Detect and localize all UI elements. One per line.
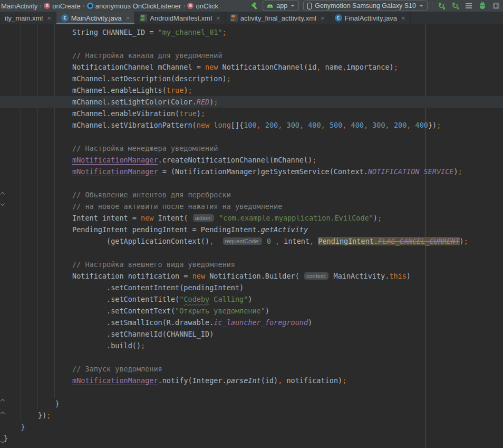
- navigation-bar: MainActivity › m onCreate › anonymous On…: [0, 0, 503, 12]
- code-token: parseInt: [227, 376, 261, 385]
- close-icon[interactable]: ×: [401, 14, 405, 22]
- code-token: "my_channel_01": [158, 28, 223, 36]
- code-token: ;: [223, 28, 227, 36]
- code-token: NOTIFICATION_SERVICE: [368, 167, 454, 176]
- code-line[interactable]: .setContentText("Открыть уведомление"): [0, 305, 503, 317]
- code-token: 200: [265, 121, 278, 129]
- close-icon[interactable]: ×: [126, 14, 130, 22]
- device-select[interactable]: Genymotion Samsung Galaxy S10: [303, 1, 428, 11]
- code-token: this: [389, 272, 407, 280]
- code-line[interactable]: // Настройка внешнего вида уведомления: [0, 259, 503, 270]
- code-token: ): [197, 109, 201, 118]
- tab-androidmanifest-xml[interactable]: MF AndroidManifest.xml ×: [135, 12, 225, 24]
- code-token: [325, 121, 330, 129]
- code-token: ): [453, 167, 458, 176]
- breadcrumb-label: anonymous OnClickListener: [95, 2, 181, 10]
- code-line[interactable]: String CHANNEL_ID = "my_channel_01";: [0, 26, 503, 38]
- tab-finalacttivity-java[interactable]: C FinalActtivity.java ×: [330, 12, 411, 24]
- code-line[interactable]: .build();: [0, 340, 503, 351]
- code-line[interactable]: [0, 131, 503, 142]
- run-configuration-select[interactable]: app: [263, 1, 299, 11]
- code-line[interactable]: [0, 38, 503, 50]
- code-line[interactable]: .setChannelId(CHANNEL_ID): [0, 328, 503, 340]
- debug-button[interactable]: [478, 1, 487, 11]
- code-token: .setContentTitle(: [4, 295, 179, 303]
- code-line[interactable]: // Настройка канала для уведомлений: [0, 50, 503, 61]
- code-line[interactable]: // на новое активити после нажатия на ув…: [0, 201, 503, 212]
- code-token: ;: [214, 98, 218, 106]
- apply-changes-button[interactable]: ↻: [437, 1, 446, 11]
- code-token: 400: [308, 121, 321, 129]
- tab-activity-main-xml[interactable]: ity_main.xml ×: [0, 12, 56, 24]
- code-line[interactable]: });: [0, 409, 503, 421]
- code-line[interactable]: }: [0, 421, 503, 433]
- code-line[interactable]: mChannel.enableLights(true);: [0, 84, 503, 96]
- code-token: ,: [309, 237, 314, 245]
- code-token: .setContentIntent(pendingIntent): [4, 283, 244, 292]
- code-token: Calling": [209, 295, 248, 303]
- tab-mainactivity-java[interactable]: C MainActivity.java ×: [56, 12, 135, 24]
- code-token: ,: [364, 121, 368, 129]
- tab-activity-final-acttivity-xml[interactable]: cx activity_final_acttivity.xml ×: [226, 12, 330, 24]
- code-line[interactable]: mChannel.enableVibration(true);: [0, 108, 503, 119]
- close-icon[interactable]: ×: [216, 14, 220, 22]
- code-line[interactable]: (getApplicationContext(), requestCode: 0…: [0, 235, 503, 247]
- code-line[interactable]: .setContentTitle("Codeby Calling"): [0, 293, 503, 305]
- code-line[interactable]: .setContentIntent(pendingIntent): [0, 282, 503, 293]
- code-token: Notification notification =: [4, 272, 192, 280]
- code-token: FLAG_CANCEL_CURRENT: [378, 237, 459, 245]
- breadcrumb-oncreate[interactable]: m onCreate: [43, 2, 81, 10]
- code-line[interactable]: // Настройка менеджера уведомлений: [0, 142, 503, 154]
- close-icon[interactable]: ×: [47, 14, 51, 22]
- code-line[interactable]: mNotificationManager.notify(Integer.pars…: [0, 375, 503, 386]
- code-token: ): [308, 318, 312, 327]
- breadcrumb-class[interactable]: MainActivity: [0, 2, 38, 10]
- code-token: ;: [188, 86, 192, 94]
- breadcrumb-separator: ›: [82, 2, 86, 9]
- code-editor[interactable]: String CHANNEL_ID = "my_channel_01"; // …: [0, 24, 503, 448]
- apply-code-changes-button[interactable]: ↻ A: [450, 1, 460, 11]
- code-token: ;: [141, 341, 145, 350]
- code-line[interactable]: mNotificationManager = (NotificationMana…: [0, 166, 503, 177]
- code-line[interactable]: mNotificationManager.createNotificationC…: [0, 154, 503, 166]
- code-token: }: [4, 423, 25, 431]
- code-token: long: [214, 121, 231, 129]
- code-line[interactable]: // Запуск уведомления: [0, 363, 503, 375]
- profiler-button[interactable]: [464, 1, 473, 11]
- code-line[interactable]: mChannel.setVibrationPattern(new long[]{…: [0, 119, 503, 131]
- code-line[interactable]: }: [0, 433, 503, 444]
- code-token: action:: [193, 214, 214, 222]
- code-line[interactable]: NotificationChannel mChannel = new Notif…: [0, 61, 503, 73]
- code-token: .notify(Integer.: [158, 376, 227, 385]
- code-line[interactable]: Intent intent = new Intent( action: "com…: [0, 212, 503, 224]
- code-line[interactable]: [0, 351, 503, 363]
- code-token: mChannel.setLightColor(Color.: [4, 98, 197, 106]
- code-token: ;: [458, 167, 462, 176]
- code-token: [304, 121, 308, 129]
- code-line-current[interactable]: mChannel.setLightColor(Color.RED);: [0, 96, 503, 108]
- code-token: .createNotificationChannel(mChannel): [158, 156, 313, 164]
- code-token: [4, 156, 72, 164]
- breadcrumb-anonymous-class[interactable]: anonymous OnClickListener: [86, 2, 182, 10]
- code-line[interactable]: }: [0, 398, 503, 409]
- close-icon[interactable]: ×: [321, 14, 325, 22]
- code-token: [4, 376, 72, 385]
- attach-debugger-button[interactable]: [491, 1, 501, 11]
- code-line[interactable]: PendingIntent pendingIntent = PendingInt…: [0, 224, 503, 235]
- code-token: ): [407, 272, 411, 280]
- tab-label: MainActivity.java: [71, 14, 122, 22]
- code-token: true: [167, 86, 184, 94]
- code-line[interactable]: .setSmallIcon(R.drawable.ic_launcher_for…: [0, 317, 503, 328]
- code-line[interactable]: [0, 247, 503, 259]
- code-line[interactable]: [0, 386, 503, 398]
- code-token: Codeby: [183, 295, 209, 303]
- code-line[interactable]: [0, 177, 503, 189]
- code-line[interactable]: // Обьявление интентов для переброски: [0, 189, 503, 201]
- code-token: ic_launcher_foreground: [214, 318, 308, 327]
- code-area[interactable]: String CHANNEL_ID = "my_channel_01"; // …: [0, 26, 503, 444]
- breadcrumb-onclick[interactable]: m onClick: [186, 2, 219, 10]
- code-token: }: [4, 434, 8, 443]
- code-line[interactable]: Notification notification = new Notifica…: [0, 270, 503, 282]
- build-hammer-icon[interactable]: [251, 2, 258, 9]
- code-line[interactable]: mChannel.setDescription(description);: [0, 73, 503, 84]
